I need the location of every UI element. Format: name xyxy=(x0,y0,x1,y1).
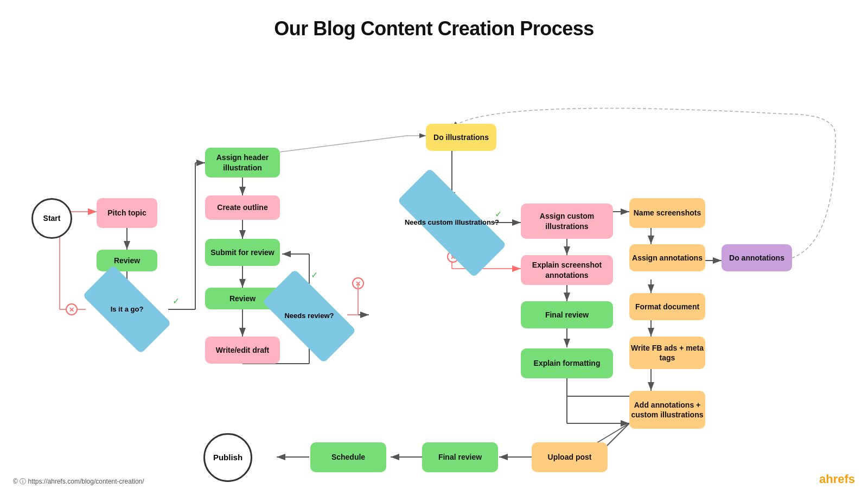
final-review1-label: Final review xyxy=(545,310,589,320)
needs-review-label: Needs review? xyxy=(284,312,334,321)
final-review2-node: Final review xyxy=(422,442,498,472)
name-screenshots-node: Name screenshots xyxy=(629,198,705,228)
assign-annotations-node: Assign annotations xyxy=(629,244,705,271)
write-fb-node: Write FB ads + meta tags xyxy=(629,337,705,369)
upload-post-node: Upload post xyxy=(532,442,608,472)
assign-custom-node: Assign custom illustrations xyxy=(521,204,613,239)
start-label: Start xyxy=(43,213,61,223)
explain-screenshot-label: Explain screenshot annotations xyxy=(521,260,613,280)
svg-text:✓: ✓ xyxy=(173,296,180,306)
schedule-label: Schedule xyxy=(331,452,365,462)
publish-label: Publish xyxy=(213,452,242,463)
review1-label: Review xyxy=(114,256,140,265)
upload-post-label: Upload post xyxy=(548,452,592,462)
add-annotations-node: Add annotations + custom illustrations xyxy=(629,391,705,429)
footer-url: https://ahrefs.com/blog/content-creation… xyxy=(28,478,144,485)
explain-screenshot-node: Explain screenshot annotations xyxy=(521,255,613,285)
assign-custom-label: Assign custom illustrations xyxy=(521,211,613,231)
do-illustrations-label: Do illustrations xyxy=(433,132,489,142)
write-edit-node: Write/edit draft xyxy=(205,337,280,364)
svg-point-25 xyxy=(353,278,363,289)
footer-copyright: © ⓘ https://ahrefs.com/blog/content-crea… xyxy=(13,477,144,486)
explain-formatting-node: Explain formatting xyxy=(521,348,613,378)
do-illustrations-node: Do illustrations xyxy=(426,124,496,151)
publish-node: Publish xyxy=(203,433,252,482)
add-annotations-label: Add annotations + custom illustrations xyxy=(629,400,705,420)
final-review2-label: Final review xyxy=(438,452,482,462)
submit-review-label: Submit for review xyxy=(210,248,274,257)
svg-text:✕: ✕ xyxy=(355,280,361,288)
review1-node: Review xyxy=(97,250,157,271)
needs-custom-node: Needs custom illustrations? xyxy=(398,200,506,246)
assign-header-label: Assign header illustration xyxy=(205,153,280,172)
svg-line-29 xyxy=(280,136,407,152)
format-document-node: Format document xyxy=(629,293,705,320)
needs-custom-label: Needs custom illustrations? xyxy=(405,218,499,227)
format-document-label: Format document xyxy=(635,302,699,312)
is-it-a-go-node: Is it a go? xyxy=(86,288,168,331)
needs-review-node: Needs review? xyxy=(266,293,353,339)
brand-text: ahrefs xyxy=(819,472,855,486)
do-annotations-label: Do annotations xyxy=(729,253,784,263)
svg-text:✓: ✓ xyxy=(311,270,318,280)
footer-brand: ahrefs xyxy=(819,472,855,486)
svg-point-13 xyxy=(66,304,77,315)
write-edit-label: Write/edit draft xyxy=(216,345,270,355)
page-title: Our Blog Content Creation Process xyxy=(0,0,868,40)
start-node: Start xyxy=(31,198,72,239)
schedule-node: Schedule xyxy=(310,442,386,472)
svg-text:✕: ✕ xyxy=(69,306,74,314)
review2-label: Review xyxy=(229,294,256,303)
assign-header-node: Assign header illustration xyxy=(205,148,280,177)
pitch-topic-label: Pitch topic xyxy=(107,208,146,218)
write-fb-label: Write FB ads + meta tags xyxy=(629,343,705,363)
create-outline-label: Create outline xyxy=(217,202,267,212)
name-screenshots-label: Name screenshots xyxy=(634,208,701,218)
is-it-a-go-label: Is it a go? xyxy=(111,305,144,314)
pitch-topic-node: Pitch topic xyxy=(97,198,157,228)
assign-annotations-label: Assign annotations xyxy=(632,253,703,263)
submit-review-node: Submit for review xyxy=(205,239,280,266)
explain-formatting-label: Explain formatting xyxy=(534,358,601,368)
create-outline-node: Create outline xyxy=(205,195,280,220)
do-annotations-node: Do annotations xyxy=(722,244,792,271)
final-review1-node: Final review xyxy=(521,301,613,328)
